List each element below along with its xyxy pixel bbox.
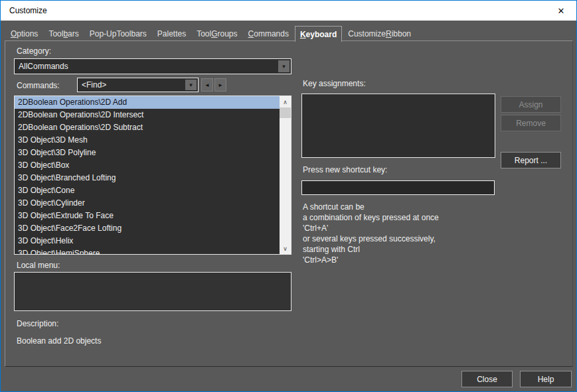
category-dropdown[interactable]: AllCommands ▼ (14, 58, 291, 74)
command-list-item[interactable]: 3D Object\3D Polyline (15, 147, 280, 159)
command-list-item[interactable]: 3D Object\Extrude To Face (15, 210, 280, 222)
help-line: starting with Ctrl (303, 244, 439, 255)
help-button[interactable]: Help (520, 371, 572, 387)
category-value: AllCommands (15, 62, 277, 71)
tab-palettes[interactable]: Palettes (153, 26, 191, 41)
command-list-item[interactable]: 2DBoolean Operations\2D Add (15, 96, 280, 109)
category-label: Category: (17, 46, 51, 56)
help-line: A shortcut can be (303, 202, 439, 212)
command-list-item[interactable]: 3D Object\Cylinder (15, 197, 280, 210)
command-list-item[interactable]: 3D Object\Cone (15, 184, 280, 197)
tab-commands[interactable]: Commands (244, 26, 293, 41)
scroll-up-button[interactable]: ∧ (280, 96, 291, 107)
tab-tool-groups[interactable]: Tool Groups (192, 26, 242, 41)
commands-label: Commands: (17, 81, 60, 90)
remove-button[interactable]: Remove (501, 115, 561, 131)
scroll-down-button[interactable]: ∨ (280, 243, 291, 254)
local-menu-label: Local menu: (17, 261, 60, 270)
close-button[interactable]: Close (461, 371, 513, 387)
command-list-item[interactable]: 3D Object\3D Mesh (15, 134, 280, 147)
command-list-item[interactable]: 3D Object\Helix (15, 235, 280, 247)
tab-toolbars[interactable]: Toolbars (44, 26, 83, 41)
shortcut-key-input[interactable] (301, 180, 495, 195)
commands-list[interactable]: 2DBoolean Operations\2D Add2DBoolean Ope… (14, 96, 291, 255)
command-list-item[interactable]: 3D Object\Box (15, 159, 280, 172)
command-list-item[interactable]: 2DBoolean Operations\2D Intersect (15, 109, 280, 121)
description-value: Boolean add 2D objects (17, 336, 101, 346)
description-label: Description: (17, 319, 58, 328)
scrollbar-thumb[interactable] (280, 107, 291, 118)
window-title: Customize (9, 1, 47, 21)
help-line: or several keys pressed successively, (303, 233, 439, 244)
close-icon[interactable]: ✕ (546, 1, 576, 21)
assign-button[interactable]: Assign (501, 96, 561, 113)
commands-list-scrollbar[interactable]: ∧ ∨ (280, 96, 291, 254)
command-list-item[interactable]: 3D Object\Branched Lofting (15, 172, 280, 184)
right-arrow-icon: ► (218, 82, 223, 88)
command-list-item[interactable]: 3D Object\Face2Face Lofting (15, 222, 280, 235)
tab-customize-ribbon[interactable]: Customize Ribbon (343, 26, 416, 41)
left-arrow-icon: ◄ (205, 82, 210, 88)
tab-bar: OptionsToolbarsPop-UpToolbarsPalettesToo… (6, 26, 417, 41)
chevron-down-icon[interactable]: ▼ (278, 60, 289, 72)
find-value: <Find> (78, 80, 184, 90)
tab-pop-uptoolbars[interactable]: Pop-UpToolbars (85, 26, 151, 41)
shortcut-help-text: A shortcut can bea combination of keys p… (303, 202, 439, 265)
commands-list-rows: 2DBoolean Operations\2D Add2DBoolean Ope… (15, 96, 280, 254)
customize-dialog: Customize ✕ OptionsToolbarsPop-UpToolbar… (0, 0, 577, 392)
chevron-up-icon: ∧ (283, 99, 288, 105)
tab-keyboard[interactable]: Keyboard (295, 26, 342, 42)
chevron-down-icon[interactable]: ▼ (185, 80, 197, 90)
find-prev-button[interactable]: ◄ (201, 78, 213, 92)
find-dropdown[interactable]: <Find> ▼ (77, 78, 199, 92)
tab-options[interactable]: Options (6, 26, 42, 41)
command-list-item[interactable]: 3D Object\HemiSphere (15, 247, 280, 254)
command-list-item[interactable]: 2DBoolean Operations\2D Subtract (15, 121, 280, 134)
help-line: 'Ctrl+A' (303, 223, 439, 233)
chevron-down-icon: ∨ (283, 245, 288, 252)
help-line: 'Ctrl>A>B' (303, 255, 439, 265)
key-assignments-box[interactable] (301, 94, 495, 158)
report-button[interactable]: Report ... (501, 152, 561, 168)
local-menu-box[interactable] (14, 272, 291, 311)
press-shortcut-label: Press new shortcut key: (303, 165, 387, 174)
key-assignments-label: Key assignments: (303, 79, 366, 88)
title-bar[interactable]: Customize ✕ (1, 1, 576, 21)
find-next-button[interactable]: ► (214, 78, 226, 92)
help-line: a combination of keys pressed at once (303, 212, 439, 223)
